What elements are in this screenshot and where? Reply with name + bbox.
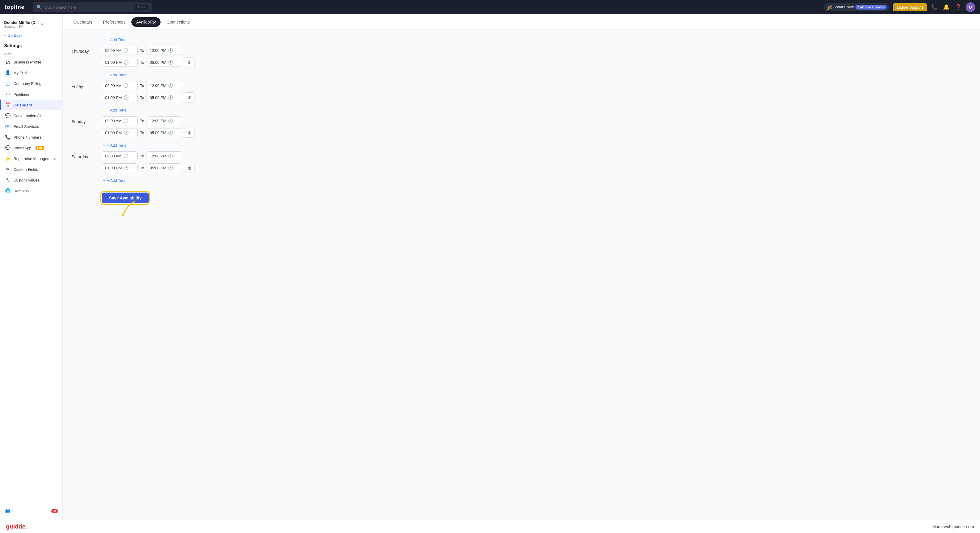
clock-icon: 🕐 <box>124 95 129 100</box>
sunday-slot-1: 09:00 AM 🕐 To 12:00 PM 🕐 <box>102 116 195 125</box>
sidebar-item-email-services[interactable]: 📧 Email Services <box>0 121 62 132</box>
sunday-time-slots: 09:00 AM 🕐 To 12:00 PM 🕐 01:00 PM 🕐 <box>102 116 195 138</box>
search-input[interactable] <box>45 5 131 10</box>
friday-start-2[interactable]: 01:00 PM 🕐 <box>102 93 138 102</box>
custom-fields-icon: ✏ <box>5 167 10 172</box>
friday-time-slots: 09:00 AM 🕐 To 12:00 PM 🕐 01:00 PM 🕐 <box>102 81 195 102</box>
reputation-icon: ⭐ <box>5 156 10 161</box>
saturday-end-1[interactable]: 12:00 PM 🕐 <box>146 152 182 160</box>
saturday-slot-2: 01:00 PM 🕐 To 05:00 PM 🕐 🗑 <box>102 163 195 173</box>
friday-delete-btn[interactable]: 🗑 <box>185 93 195 102</box>
friday-label: Friday <box>72 81 98 89</box>
beta-badge: beta <box>35 146 44 150</box>
domains-icon: 🌐 <box>5 188 10 193</box>
add-time-friday[interactable]: ＋ + Add Time <box>102 106 971 114</box>
nav-right: 🎉 What's New Calendar Updates topline Su… <box>824 2 975 12</box>
sidebar-item-label: Reputation Management <box>13 156 56 161</box>
sidebar-item-my-profile[interactable]: 👤 My Profile <box>0 67 62 78</box>
friday-end-2[interactable]: 05:00 PM 🕐 <box>146 93 182 102</box>
clock-icon: 🕐 <box>123 153 128 158</box>
saturday-delete-btn[interactable]: 🗑 <box>185 163 195 173</box>
sidebar-item-custom-values[interactable]: 🔧 Custom Values <box>0 175 62 185</box>
sidebar-item-label: WhatsApp <box>13 146 31 150</box>
arrow-annotation <box>117 200 141 218</box>
sidebar-item-domains[interactable]: 🌐 Domains <box>0 185 62 196</box>
saturday-end-2[interactable]: 05:00 PM 🕐 <box>146 163 182 172</box>
thursday-end-1[interactable]: 12:00 PM 🕐 <box>146 46 182 55</box>
friday-start-1[interactable]: 09:00 AM 🕐 <box>102 81 138 90</box>
to-label-7: To <box>140 154 144 158</box>
whats-new-button[interactable]: 🎉 What's New Calendar Updates <box>824 3 889 11</box>
tab-connections[interactable]: Connections <box>162 17 194 27</box>
sidebar-item-phone-numbers[interactable]: 📞 Phone Numbers <box>0 132 62 142</box>
sidebar-item-label: Conversation AI <box>13 113 41 118</box>
sidebar-item-pipelines[interactable]: ⚙ Pipelines <box>0 89 62 100</box>
sidebar-item-calendars[interactable]: 📅 Calendars <box>0 100 62 110</box>
thursday-end-2[interactable]: 05:00 PM 🕐 <box>146 58 182 67</box>
thursday-start-2[interactable]: 01:00 PM 🕐 <box>102 58 138 67</box>
sidebar-item-label: Phone Numbers <box>13 135 41 139</box>
main-content: Calendars Preferences Availability Conne… <box>62 14 980 520</box>
tab-availability[interactable]: Availability <box>131 17 161 27</box>
sunday-slot-2: 01:00 PM 🕐 To 05:00 PM 🕐 🗑 <box>102 128 195 138</box>
friday-slot-1: 09:00 AM 🕐 To 12:00 PM 🕐 <box>102 81 195 90</box>
add-time-sunday[interactable]: ＋ + Add Time <box>102 141 971 149</box>
go-back-link[interactable]: < Go Back <box>0 31 62 40</box>
thursday-start-1[interactable]: 09:00 AM 🕐 <box>102 46 138 55</box>
help-icon[interactable]: ❓ <box>954 4 963 10</box>
search-shortcut: Ctrl + K <box>134 5 148 10</box>
custom-values-icon: 🔧 <box>5 177 10 183</box>
clock-icon: 🕐 <box>168 118 173 123</box>
friday-end-1[interactable]: 12:00 PM 🕐 <box>146 81 182 90</box>
sidebar-item-conversation-ai[interactable]: 💬 Conversation AI <box>0 110 62 121</box>
saturday-start-1[interactable]: 09:00 AM 🕐 <box>102 152 138 160</box>
bell-icon[interactable]: 🔔 <box>942 4 951 10</box>
sunday-end-2[interactable]: 05:00 PM 🕐 <box>146 128 182 137</box>
tab-calendars[interactable]: Calendars <box>68 17 97 27</box>
add-time-pre-thursday[interactable]: ＋ + Add Time <box>102 36 971 43</box>
phone-numbers-icon: 📞 <box>5 134 10 140</box>
saturday-start-2[interactable]: 01:00 PM 🕐 <box>102 163 138 172</box>
phone-icon[interactable]: 📞 <box>930 4 939 10</box>
sidebar-item-reputation-management[interactable]: ⭐ Reputation Management <box>0 153 62 164</box>
add-time-thursday[interactable]: ＋ + Add Time <box>102 71 971 79</box>
avatar[interactable]: U <box>966 2 975 12</box>
to-label-1: To <box>140 48 144 53</box>
sidebar-item-whatsapp[interactable]: 💬 WhatsApp beta <box>0 142 62 153</box>
settings-title: Settings <box>0 41 62 51</box>
thursday-delete-btn[interactable]: 🗑 <box>185 57 195 67</box>
add-icon: ＋ <box>102 178 106 183</box>
tab-bar: Calendars Preferences Availability Conne… <box>62 14 980 30</box>
to-label-4: To <box>140 96 144 100</box>
add-icon: ＋ <box>102 37 106 42</box>
sidebar-item-custom-fields[interactable]: ✏ Custom Fields <box>0 164 62 175</box>
availability-body: ＋ + Add Time Thursday 09:00 AM 🕐 To 12:0… <box>62 30 980 520</box>
org-selector[interactable]: Dunder Mifflin (D... Scranton, PA ▼ <box>0 18 62 31</box>
friday-row: Friday 09:00 AM 🕐 To 12:00 PM 🕐 <box>72 81 971 102</box>
sunday-end-1[interactable]: 12:00 PM 🕐 <box>146 116 182 125</box>
add-time-saturday[interactable]: ＋ + Add Time <box>102 177 971 184</box>
to-label-8: To <box>140 166 144 170</box>
sunday-start-1[interactable]: 09:00 AM 🕐 <box>102 116 138 125</box>
sunday-delete-btn[interactable]: 🗑 <box>185 128 195 138</box>
sunday-start-2[interactable]: 01:00 PM 🕐 <box>102 128 138 137</box>
thursday-row: Thursday 09:00 AM 🕐 To 12:00 PM 🕐 <box>72 46 971 67</box>
saturday-time-slots: 09:00 AM 🕐 To 12:00 PM 🕐 01:00 PM 🕐 <box>102 152 195 173</box>
billing-icon: 🧾 <box>5 81 10 86</box>
tab-preferences[interactable]: Preferences <box>98 17 130 27</box>
sidebar-bottom-item[interactable]: 👥 31 <box>0 506 62 516</box>
clock-icon: 🕐 <box>123 118 128 123</box>
whats-new-label: What's New <box>835 5 854 9</box>
add-icon: ＋ <box>102 107 106 113</box>
whats-new-icon: 🎉 <box>827 5 833 10</box>
clock-icon: 🕐 <box>123 48 128 53</box>
saturday-slot-1: 09:00 AM 🕐 To 12:00 PM 🕐 <box>102 152 195 160</box>
sidebar-item-label: Email Services <box>13 124 39 129</box>
sidebar-item-business-profile[interactable]: 🗂 Business Profile <box>0 57 62 67</box>
conversation-ai-icon: 💬 <box>5 113 10 118</box>
support-button[interactable]: topline Support <box>893 3 927 11</box>
sidebar-item-company-billing[interactable]: 🧾 Company Billing <box>0 78 62 89</box>
search-bar[interactable]: 🔍 Ctrl + K <box>33 2 152 12</box>
sunday-row: Sunday 09:00 AM 🕐 To 12:00 PM 🕐 <box>72 116 971 138</box>
clock-icon: 🕐 <box>123 83 128 88</box>
